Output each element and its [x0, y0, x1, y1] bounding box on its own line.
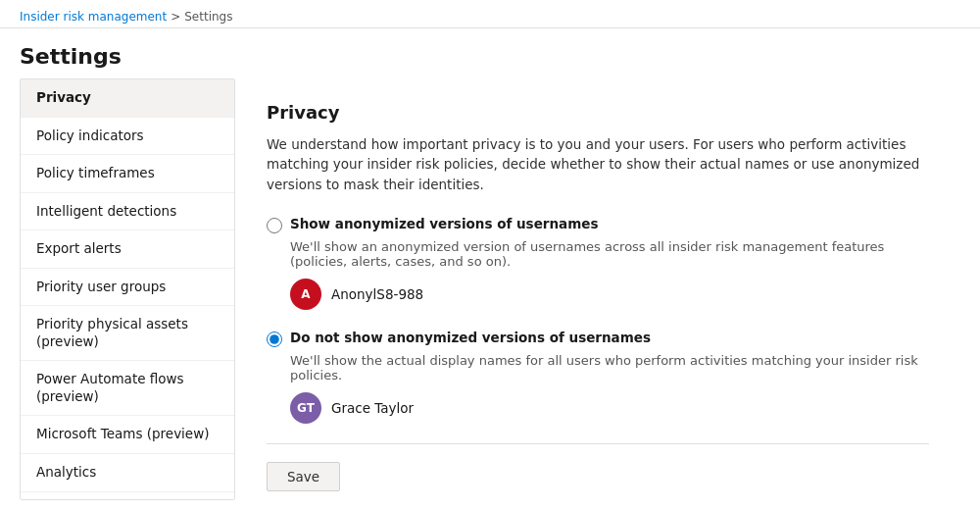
actual-avatar-initials: GT — [297, 401, 315, 415]
option-anonymized-row: Show anonymized versions of usernames — [267, 216, 929, 233]
anonymized-user-example: A AnonylS8-988 — [290, 279, 929, 310]
option-actual-label[interactable]: Do not show anonymized versions of usern… — [290, 330, 651, 345]
anonymized-avatar: A — [290, 279, 321, 310]
option-actual-block: Do not show anonymized versions of usern… — [267, 330, 929, 424]
sidebar-item-power-automate-flows[interactable]: Power Automate flows (preview) — [21, 361, 234, 416]
breadcrumb-separator: > — [171, 10, 180, 24]
sidebar-item-priority-physical-assets[interactable]: Priority physical assets (preview) — [21, 306, 234, 361]
content-area: Privacy We understand how important priv… — [235, 78, 960, 500]
main-layout: Privacy Policy indicators Policy timefra… — [0, 78, 980, 510]
sidebar: Privacy Policy indicators Policy timefra… — [20, 78, 235, 500]
save-button[interactable]: Save — [267, 462, 340, 491]
page-header: Settings — [0, 28, 980, 78]
sidebar-item-analytics[interactable]: Analytics — [21, 454, 234, 492]
option-anonymized-desc: We'll show an anonymized version of user… — [290, 239, 929, 269]
sidebar-item-export-alerts[interactable]: Export alerts — [21, 230, 234, 269]
option-anonymized-label[interactable]: Show anonymized versions of usernames — [290, 216, 598, 231]
sidebar-item-microsoft-teams[interactable]: Microsoft Teams (preview) — [21, 416, 234, 454]
sidebar-item-policy-timeframes[interactable]: Policy timeframes — [21, 155, 234, 193]
option-actual-row: Do not show anonymized versions of usern… — [267, 330, 929, 347]
anonymized-avatar-initials: A — [301, 287, 310, 301]
actual-user-example: GT Grace Taylor — [290, 392, 929, 424]
option-actual-desc: We'll show the actual display names for … — [290, 353, 929, 382]
content-description: We understand how important privacy is t… — [267, 134, 929, 194]
option-anonymized-block: Show anonymized versions of usernames We… — [267, 216, 929, 310]
divider — [267, 443, 929, 444]
option-actual-radio[interactable] — [267, 332, 282, 347]
content-title: Privacy — [267, 102, 929, 123]
anonymized-username: AnonylS8-988 — [331, 286, 423, 302]
sidebar-item-intelligent-detections[interactable]: Intelligent detections — [21, 193, 234, 231]
sidebar-item-admin-notifications[interactable]: Admin notifications — [21, 492, 234, 500]
sidebar-item-policy-indicators[interactable]: Policy indicators — [21, 118, 234, 156]
option-anonymized-radio[interactable] — [267, 218, 282, 233]
sidebar-item-privacy[interactable]: Privacy — [21, 79, 234, 118]
breadcrumb: Insider risk management > Settings — [0, 0, 980, 28]
actual-avatar: GT — [290, 392, 321, 424]
page-title: Settings — [20, 44, 960, 69]
sidebar-item-priority-user-groups[interactable]: Priority user groups — [21, 269, 234, 307]
breadcrumb-parent[interactable]: Insider risk management — [20, 10, 167, 24]
actual-username: Grace Taylor — [331, 400, 414, 416]
breadcrumb-current: Settings — [184, 10, 232, 24]
